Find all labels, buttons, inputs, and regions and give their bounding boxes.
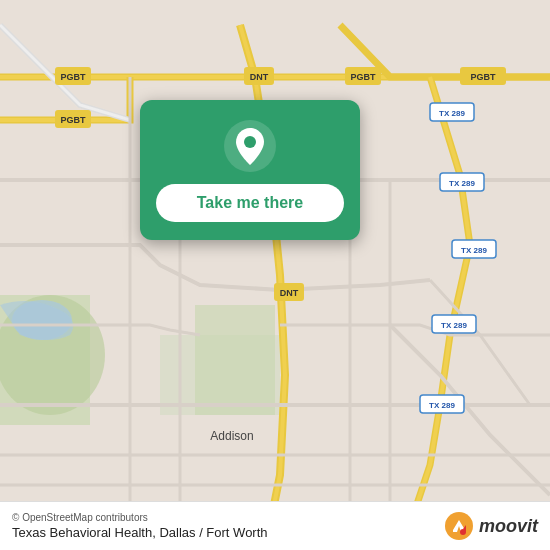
svg-text:DNT: DNT <box>250 72 269 82</box>
svg-text:TX 289: TX 289 <box>439 109 465 118</box>
map-roads: PGBT PGBT PGBT PGBT DNT DNT TX 289 TX 28… <box>0 0 550 550</box>
svg-text:TX 289: TX 289 <box>461 246 487 255</box>
svg-text:DNT: DNT <box>280 288 299 298</box>
map-container: PGBT PGBT PGBT PGBT DNT DNT TX 289 TX 28… <box>0 0 550 550</box>
svg-text:TX 289: TX 289 <box>441 321 467 330</box>
location-title: Texas Behavioral Health, Dallas / Fort W… <box>12 525 268 540</box>
svg-text:PGBT: PGBT <box>470 72 496 82</box>
svg-point-29 <box>244 136 256 148</box>
bottom-bar: © OpenStreetMap contributors Texas Behav… <box>0 501 550 550</box>
moovit-logo: moovit <box>443 510 538 542</box>
svg-rect-3 <box>195 305 275 415</box>
svg-text:PGBT: PGBT <box>60 115 86 125</box>
popup-card: Take me there <box>140 100 360 240</box>
svg-text:PGBT: PGBT <box>350 72 376 82</box>
take-me-there-button[interactable]: Take me there <box>156 184 344 222</box>
location-pin-icon <box>224 120 276 172</box>
svg-text:PGBT: PGBT <box>60 72 86 82</box>
svg-text:TX 289: TX 289 <box>429 401 455 410</box>
svg-text:Addison: Addison <box>210 429 253 443</box>
moovit-text: moovit <box>479 516 538 537</box>
moovit-icon <box>443 510 475 542</box>
svg-text:TX 289: TX 289 <box>449 179 475 188</box>
bottom-left-info: © OpenStreetMap contributors Texas Behav… <box>12 512 268 540</box>
attribution-text: © OpenStreetMap contributors <box>12 512 268 523</box>
